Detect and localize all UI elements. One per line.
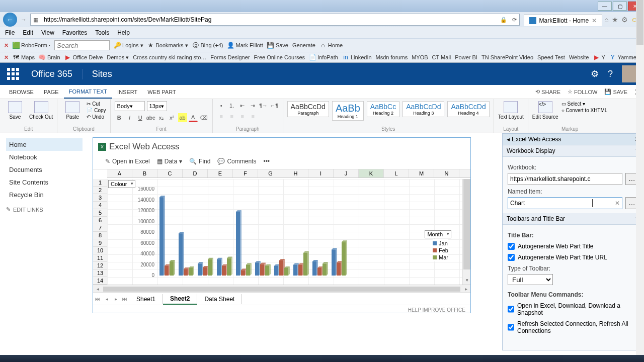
generate-button[interactable]: Generate [292, 42, 315, 48]
sheet-vscrollbar[interactable]: ▴ ▾ [462, 179, 470, 285]
fav-ctmail[interactable]: CT Mail [432, 54, 451, 60]
favorites-icon[interactable]: ★ [612, 16, 618, 24]
style-paragraph[interactable]: AaBbCcDdParagraph [287, 101, 329, 117]
col-header-H[interactable]: H [283, 169, 308, 177]
row-header-8[interactable]: 8 [93, 232, 107, 239]
settings-gear-icon[interactable]: ⚙ [591, 68, 599, 79]
section-workbook-display[interactable]: Workbook Display⌃ [503, 145, 643, 157]
style-h2[interactable]: AaBbCcHeading 2 [367, 101, 399, 117]
row-header-12[interactable]: 12 [93, 262, 107, 269]
font-color-button[interactable]: A [189, 113, 198, 122]
chk-autotitle[interactable]: Autogenerate Web Part Title [508, 243, 638, 250]
hscroll-right-icon[interactable]: ▸ [461, 286, 470, 292]
share-button[interactable]: ⟲ SHARE [535, 88, 560, 95]
row-header-2[interactable]: 2 [93, 187, 107, 194]
row-header-14[interactable]: 14 [93, 277, 107, 285]
markelliott-button[interactable]: 👤Mark Elliott [227, 42, 263, 49]
back-button[interactable]: ← [3, 13, 17, 27]
sites-link[interactable]: Sites [83, 69, 112, 79]
named-item-input[interactable] [508, 200, 592, 207]
undo-button[interactable]: ↶ Undo [87, 114, 106, 120]
help-improve-link[interactable]: HELP IMPROVE OFFICE [93, 305, 470, 313]
numbering-button[interactable]: 1. [227, 101, 236, 110]
fav-maps[interactable]: 🗺Maps [13, 54, 35, 61]
superscript-button[interactable]: x² [168, 113, 177, 122]
col-header-M[interactable]: M [409, 169, 434, 177]
find-button[interactable]: 🔍Find [189, 158, 210, 165]
col-header-G[interactable]: G [258, 169, 283, 177]
more-button[interactable]: ••• [263, 158, 270, 165]
bullets-button[interactable]: • [217, 101, 226, 110]
fav-demos[interactable]: Demos ▾ [107, 54, 129, 61]
tab-webpart[interactable]: WEB PART [142, 86, 181, 98]
sheet-tab-2[interactable]: Sheet2 [163, 294, 197, 305]
rtl-button[interactable]: ←¶ [270, 101, 279, 110]
scroll-down-icon[interactable]: ▾ [463, 278, 470, 285]
paste-button[interactable]: Paste [61, 101, 84, 120]
home-icon[interactable]: ⌂ [604, 16, 608, 24]
fav-myob[interactable]: MYOB [412, 54, 428, 60]
fav-speed[interactable]: Speed Test [537, 54, 565, 60]
col-header-I[interactable]: I [308, 169, 334, 177]
logins-button[interactable]: 🔑Logins ▾ [114, 42, 143, 49]
strike-button[interactable]: abc [146, 113, 155, 122]
window-max-button[interactable]: ▢ [613, 2, 627, 11]
window-min-button[interactable]: — [598, 2, 612, 11]
grid-body[interactable]: Colour 020000400006000080000100000120000… [107, 179, 462, 285]
tab-insert[interactable]: INSERT [112, 86, 142, 98]
forward-button[interactable]: → [19, 15, 28, 24]
outdent-button[interactable]: ⇤ [238, 101, 247, 110]
fav-tn[interactable]: TN SharePoint Video [481, 54, 533, 60]
col-header-A[interactable]: A [107, 169, 132, 177]
open-in-excel-button[interactable]: ✎Open in Excel [105, 158, 150, 165]
browser-tab[interactable]: MarkElliott - Home ✕ [524, 15, 603, 26]
home-button-tb[interactable]: ⌂Home [319, 42, 343, 49]
follow-button[interactable]: ☆ FOLLOW [568, 88, 597, 95]
address-bar[interactable]: ▦ 🔒 ⟳ [30, 14, 520, 26]
nav-home[interactable]: Home [6, 138, 83, 151]
nav-site-contents[interactable]: Site Contents [6, 176, 83, 189]
save-big-button[interactable]: Save [4, 101, 26, 120]
font-size-select[interactable]: 13px ▾ [147, 101, 167, 111]
tab-page[interactable]: PAGE [39, 86, 64, 98]
chevron-left-icon[interactable]: ◂ [507, 136, 510, 143]
tools-icon[interactable]: ⚙ [621, 16, 628, 24]
fav-forms[interactable]: Forms Designer [210, 54, 250, 60]
fav-msdn[interactable]: Msdn forums [376, 54, 408, 60]
close-toolbar-icon[interactable]: ✕ [4, 42, 9, 49]
roboform-button[interactable]: 🟩RoboForm · [13, 42, 50, 49]
col-header-L[interactable]: L [384, 169, 409, 177]
app-launcher-icon[interactable] [5, 66, 21, 82]
comments-button[interactable]: 💬Comments [217, 158, 256, 165]
chk-autourl[interactable]: Autogenerate Web Part Title URL [508, 254, 638, 261]
menu-tools[interactable]: Tools [95, 29, 109, 36]
clear-named-item-icon[interactable]: ✕ [613, 200, 622, 207]
row-header-3[interactable]: 3 [93, 194, 107, 202]
col-header-E[interactable]: E [208, 169, 233, 177]
menu-help[interactable]: Help [117, 29, 130, 36]
highlight-button[interactable]: ab [178, 113, 187, 122]
col-header-C[interactable]: C [157, 169, 183, 177]
fav-linkedin[interactable]: inLinkedIn [342, 54, 372, 61]
section-toolbars[interactable]: Toolbars and Title Bar⌃ [503, 213, 643, 225]
ltr-button[interactable]: ¶→ [259, 101, 268, 110]
font-name-select[interactable]: Body ▾ [115, 101, 145, 111]
fav-brain[interactable]: 🧠Brain [39, 54, 60, 61]
menu-file[interactable]: File [5, 29, 15, 36]
sheet-nav-prev[interactable]: ◂ [102, 296, 111, 302]
sheet-nav-last[interactable]: ⏭ [120, 296, 129, 302]
chk-refresh[interactable]: Refresh Selected Connection, Refresh All… [508, 320, 638, 334]
sheet-nav-next[interactable]: ▸ [111, 296, 120, 302]
save-button-tb[interactable]: 💾Save [267, 42, 288, 49]
edit-links-button[interactable]: ✎EDIT LINKS [6, 206, 83, 213]
scroll-thumb[interactable] [463, 179, 470, 269]
row-header-5[interactable]: 5 [93, 209, 107, 217]
fav-infopath[interactable]: 📄InfoPath [309, 54, 338, 61]
italic-button[interactable]: I [125, 113, 134, 122]
clear-format-button[interactable]: ⌫ [199, 113, 208, 122]
align-left-button[interactable]: ≡ [217, 112, 226, 121]
roboform-search[interactable] [54, 40, 110, 50]
row-header-10[interactable]: 10 [93, 247, 107, 254]
nav-recycle-bin[interactable]: Recycle Bin [6, 189, 83, 201]
url-input[interactable] [41, 16, 498, 23]
